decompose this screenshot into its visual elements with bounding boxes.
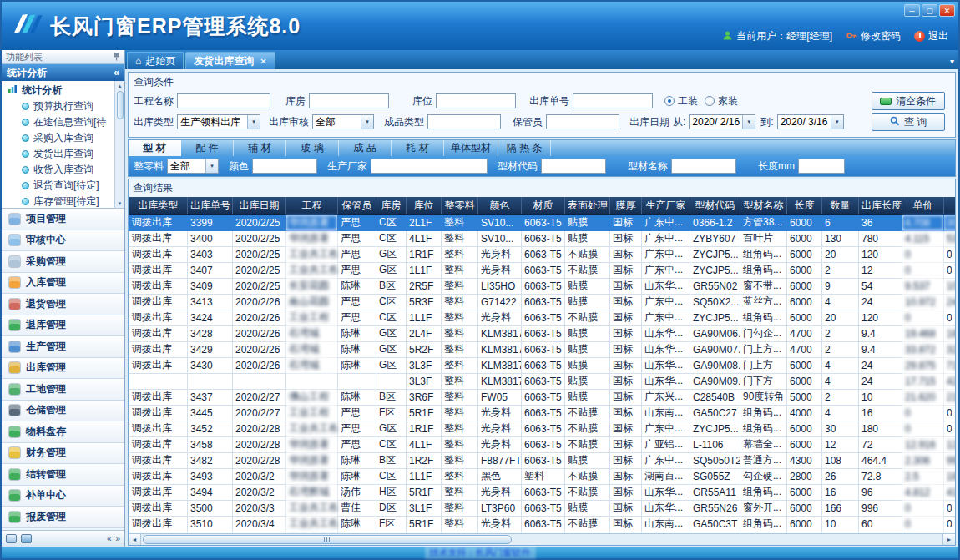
tab-close-icon[interactable]: ✕ <box>260 57 266 66</box>
table-row[interactable]: 调拨出库34942020/3/2石湾辉城汤伟H区5R1F整料光身料6063-T5… <box>129 484 956 500</box>
radio-homewear[interactable]: 家装 <box>705 94 738 108</box>
column-header[interactable]: 工程 <box>286 197 338 214</box>
column-header[interactable]: 颜色 <box>478 197 522 214</box>
logout-button[interactable]: 退出 <box>914 29 948 43</box>
minimize-button[interactable]: ─ <box>904 4 920 17</box>
tree-root[interactable]: 统计分析 <box>2 83 114 98</box>
scroll-down-icon[interactable]: ▼ <box>118 199 123 208</box>
column-header[interactable]: 保管员 <box>338 197 376 214</box>
audit-select[interactable]: 全部 ▾ <box>312 114 374 129</box>
scrollbar-thumb[interactable] <box>143 535 512 544</box>
material-tab[interactable]: 辅 材 <box>234 140 286 156</box>
table-row[interactable]: 调拨出库34302020/2/26石湾城陈琳G区3L3F整料KLM3817606… <box>129 357 956 373</box>
scrollbar-track[interactable] <box>141 534 942 545</box>
column-header[interactable]: 出库单号 <box>188 197 233 214</box>
sidebar-item[interactable]: 工地管理 <box>2 379 124 401</box>
product-type-input[interactable] <box>427 114 501 129</box>
tree-item[interactable]: 收货入库查询 <box>2 162 114 178</box>
column-header[interactable]: 材质 <box>522 197 565 214</box>
table-row[interactable]: 调拨出库34032020/2/25工业共工程严思G区1R1F整料光身料6063-… <box>129 246 956 262</box>
column-header[interactable]: 型材代码 <box>690 197 740 214</box>
order-no-input[interactable] <box>573 93 653 108</box>
tree-scrollbar-thumb[interactable] <box>117 91 124 119</box>
tree-item[interactable]: 退货查询[待定] <box>2 178 114 194</box>
column-header[interactable]: 出库类型 <box>129 197 188 214</box>
table-row[interactable]: 调拨出库35002020/3/3工业共工程曹佳D区3L1F整料LT3P60606… <box>129 500 956 516</box>
table-row[interactable]: 调拨出库34372020/2/27佛山工程陈琳B区3R6F整料FW056063-… <box>129 389 956 405</box>
collapse-icon[interactable]: « <box>114 67 119 78</box>
table-row[interactable]: 调拨出库35102020/3/4工业共工程陈琳F区5R1F整料光身料6063-T… <box>129 516 956 532</box>
search-button[interactable]: 查 询 <box>872 113 945 131</box>
table-row[interactable]: 调拨出库34092020/2/25长安花园陈琳B区2R5F整料LI35HO606… <box>129 278 956 294</box>
table-row[interactable]: 调拨出库34282020/2/26石湾城陈琳G区2L4F整料KLM3817606… <box>129 325 956 341</box>
color-input[interactable] <box>252 159 317 174</box>
sidebar-item[interactable]: 结转管理 <box>2 464 124 486</box>
column-header[interactable]: 膜厚 <box>610 197 642 214</box>
column-header[interactable]: 金 <box>944 197 956 214</box>
table-row[interactable]: 调拨出库34822020/2/28华润原著陈琳B区1R2F整料F8877FT60… <box>129 452 956 468</box>
out-type-select[interactable]: 生产领料出库 ▾ <box>177 114 260 129</box>
sidebar-item[interactable]: 入库管理 <box>2 273 124 295</box>
column-header[interactable]: 库位 <box>407 197 442 214</box>
table-row[interactable]: 调拨出库34132020/2/26南山花园严思C区5R3F整料G71422606… <box>129 294 956 310</box>
tree-item[interactable]: 在途信息查询[待 <box>2 114 114 130</box>
sidebar-item[interactable]: 出库管理 <box>2 358 124 380</box>
profile-name-input[interactable] <box>671 159 736 174</box>
monitor-icon[interactable] <box>21 534 32 543</box>
manufacturer-input[interactable] <box>371 159 488 174</box>
sidebar-item[interactable]: 审核中心 <box>2 230 124 252</box>
column-header[interactable]: 生产厂家 <box>642 197 690 214</box>
tree-item[interactable]: 采购入库查询 <box>2 130 114 146</box>
location-input[interactable] <box>436 93 516 108</box>
table-row[interactable]: 调拨出库34072020/2/25工业共工程严思G区1L1F整料光身料6063-… <box>129 262 956 278</box>
material-tab[interactable]: 成 品 <box>339 140 392 156</box>
column-header[interactable]: 长度 <box>787 197 822 214</box>
sidebar-section-statistics[interactable]: 统计分析 « <box>2 64 124 81</box>
table-row[interactable]: 调拨出库34242020/2/26工业工程严思C区1L1F整料光身料6063-T… <box>129 310 956 325</box>
table-row[interactable]: 3L3F整料KLM38176063-T5贴膜国标山东华...GA90M09...… <box>129 373 956 389</box>
column-header[interactable]: 单价 <box>902 197 944 214</box>
panel-view-icon[interactable] <box>6 534 17 543</box>
nav-left-icon[interactable]: « <box>107 534 112 543</box>
column-header[interactable]: 出库日期 <box>233 197 286 214</box>
table-row[interactable]: 调拨出库34522020/2/28工业共工程严思G区1R1F整料光身料6063-… <box>129 421 956 436</box>
tree-scrollbar[interactable]: ▲ ▼ <box>114 81 124 208</box>
date-to-picker[interactable]: 2020/ 3/16 ▾ <box>777 114 844 129</box>
table-row[interactable]: 调拨出库34002020/2/25华润原著严思C区4L1F整料SV10...60… <box>129 230 956 246</box>
sidebar-item[interactable]: 物料盘存 <box>2 421 124 443</box>
length-input[interactable] <box>798 159 845 174</box>
tab-overflow-chevron-icon[interactable]: ▾ <box>950 57 954 66</box>
horizontal-scrollbar[interactable]: ◄ ► <box>129 533 955 545</box>
scroll-left-icon[interactable]: ◄ <box>129 534 141 545</box>
tab-home[interactable]: ⌂起始页 <box>127 52 184 69</box>
sidebar-item[interactable]: 退库管理 <box>2 315 124 337</box>
change-password-button[interactable]: 修改密码 <box>846 29 901 43</box>
table-row[interactable]: 调拨出库34292020/2/26石湾城陈琳G区5R2F整料KLM3817606… <box>129 341 956 357</box>
material-tab[interactable]: 玻 璃 <box>286 140 339 156</box>
warehouse-input[interactable] <box>309 93 389 108</box>
nav-right-icon[interactable]: » <box>115 534 120 543</box>
project-name-input[interactable] <box>177 93 270 108</box>
tree-item[interactable]: 库存管理[待定] <box>2 194 114 209</box>
sidebar-item[interactable]: 项目管理 <box>2 209 124 230</box>
tab-shipping-outbound-query[interactable]: 发货出库查询✕ <box>185 52 275 69</box>
table-row[interactable]: 调拨出库34582020/2/28华润原著严思C区4L1F整料光身料6063-T… <box>129 436 956 452</box>
sidebar-item[interactable]: 生产管理 <box>2 336 124 358</box>
whole-piece-select[interactable]: 全部 ▾ <box>167 159 219 174</box>
table-row[interactable]: 调拨出库34932020/3/2华润原著陈琳C区1L1F整料黑色塑料不贴膜国标湖… <box>129 468 956 484</box>
sidebar-item[interactable]: 退货管理 <box>2 294 124 315</box>
close-button[interactable]: ✕ <box>939 4 955 17</box>
clear-conditions-button[interactable]: 清空条件 <box>872 92 945 110</box>
profile-code-input[interactable] <box>541 159 606 174</box>
column-header[interactable]: 数量 <box>822 197 859 214</box>
sidebar-item[interactable]: 补单中心 <box>2 486 124 507</box>
pin-icon[interactable] <box>113 52 120 63</box>
scroll-right-icon[interactable]: ► <box>942 534 955 545</box>
date-from-picker[interactable]: 2020/ 2/16 ▾ <box>689 114 755 129</box>
sidebar-item[interactable]: 财务管理 <box>2 443 124 465</box>
material-tab[interactable]: 型 材 <box>129 140 181 156</box>
material-tab[interactable]: 耗 材 <box>392 140 444 156</box>
table-row[interactable]: 调拨出库34452020/2/27工业工程严思F区5R1F整料光身料6063-T… <box>129 405 956 421</box>
maximize-button[interactable]: ▢ <box>922 4 937 17</box>
tree-item[interactable]: 发货出库查询 <box>2 146 114 162</box>
